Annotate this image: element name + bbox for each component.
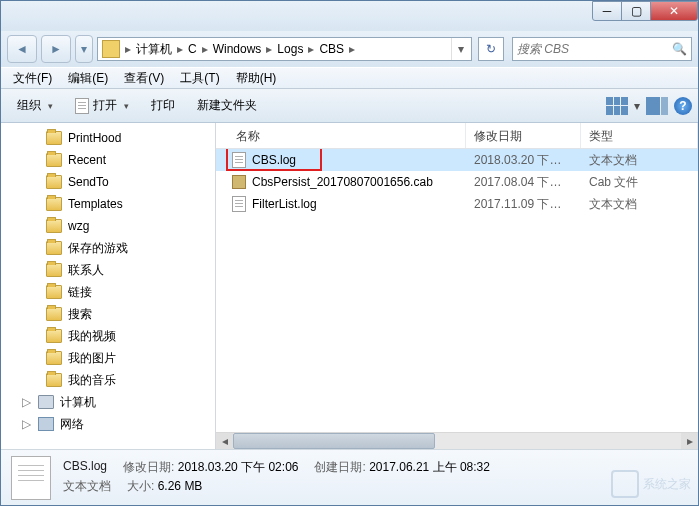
chevron-right-icon[interactable]: ▸ [263,42,275,56]
chevron-right-icon[interactable]: ▸ [346,42,358,56]
tree-item[interactable]: 我的视频 [1,325,215,347]
chevron-right-icon[interactable]: ▸ [174,42,186,56]
tree-item-label: Recent [68,153,106,167]
details-pane: CBS.log 修改日期: 2018.03.20 下午 02:06 创建日期: … [1,449,698,505]
breadcrumb-c[interactable]: C [186,38,199,60]
file-row[interactable]: CBS.log2018.03.20 下午 ...文本文档 [216,149,698,171]
menu-tools[interactable]: 工具(T) [172,68,227,89]
file-icon [75,98,89,114]
tree-item[interactable]: 链接 [1,281,215,303]
file-row[interactable]: FilterList.log2017.11.09 下午 ...文本文档 [216,193,698,215]
folder-icon [46,351,62,365]
minimize-button[interactable]: ─ [592,1,622,21]
nav-tree[interactable]: PrintHoodRecentSendToTemplateswzg保存的游戏联系… [1,123,216,449]
search-input[interactable] [517,42,672,56]
back-button[interactable]: ◄ [7,35,37,63]
tree-item-label: PrintHood [68,131,121,145]
tree-item-label: 保存的游戏 [68,240,128,257]
tree-item[interactable]: SendTo [1,171,215,193]
folder-icon [46,263,62,277]
organize-button[interactable]: 组织 [7,93,63,118]
column-headers: 名称 修改日期 类型 [216,123,698,149]
tree-item[interactable]: 我的图片 [1,347,215,369]
tree-item[interactable]: PrintHood [1,127,215,149]
preview-pane-button[interactable] [646,97,668,115]
tree-item[interactable]: wzg [1,215,215,237]
open-button[interactable]: 打开 [65,93,139,118]
scroll-right-arrow[interactable]: ▸ [681,433,698,449]
details-size: 6.26 MB [158,479,203,493]
tree-item-label: 网络 [60,416,84,433]
tree-item[interactable]: Templates [1,193,215,215]
chevron-right-icon[interactable]: ▸ [199,42,211,56]
breadcrumb-windows[interactable]: Windows [211,38,264,60]
expand-icon[interactable]: ▷ [21,417,32,431]
menu-edit[interactable]: 编辑(E) [60,68,116,89]
menu-help[interactable]: 帮助(H) [228,68,285,89]
expand-icon[interactable]: ▷ [21,395,32,409]
tree-item[interactable]: 搜索 [1,303,215,325]
history-dropdown[interactable]: ▾ [75,35,93,63]
tree-item-label: SendTo [68,175,109,189]
tree-item[interactable]: ▷网络 [1,413,215,435]
close-button[interactable]: ✕ [650,1,698,21]
menubar: 文件(F) 编辑(E) 查看(V) 工具(T) 帮助(H) [1,67,698,89]
moddate-label: 修改日期: [123,460,174,474]
help-button[interactable]: ? [674,97,692,115]
body: PrintHoodRecentSendToTemplateswzg保存的游戏联系… [1,123,698,449]
menu-view[interactable]: 查看(V) [116,68,172,89]
chevron-right-icon[interactable]: ▸ [305,42,317,56]
details-type: 文本文档 [63,478,111,495]
folder-icon [46,131,62,145]
tree-item[interactable]: ▷计算机 [1,391,215,413]
tree-item[interactable]: 我的音乐 [1,369,215,391]
print-button[interactable]: 打印 [141,93,185,118]
col-name[interactable]: 名称 [216,123,466,148]
file-row[interactable]: CbsPersist_20170807001656.cab2017.08.04 … [216,171,698,193]
breadcrumb-logs[interactable]: Logs [275,38,305,60]
file-list[interactable]: CBS.log2018.03.20 下午 ...文本文档CbsPersist_2… [216,149,698,432]
view-mode-button[interactable] [606,97,628,115]
details-created: 2017.06.21 上午 08:32 [369,460,490,474]
file-type: 文本文档 [581,196,698,213]
view-dropdown[interactable]: ▾ [634,99,640,113]
menu-file[interactable]: 文件(F) [5,68,60,89]
tree-item-label: Templates [68,197,123,211]
tree-item-label: wzg [68,219,89,233]
col-type[interactable]: 类型 [581,123,698,148]
refresh-button[interactable]: ↻ [478,37,504,61]
address-dropdown[interactable]: ▾ [451,38,469,60]
search-icon[interactable]: 🔍 [672,42,687,56]
folder-icon [102,40,120,58]
scroll-left-arrow[interactable]: ◂ [216,433,233,449]
file-icon [232,196,246,212]
forward-button[interactable]: ► [41,35,71,63]
folder-icon [46,307,62,321]
search-box[interactable]: 🔍 [512,37,692,61]
folder-icon [46,241,62,255]
nav-row: ◄ ► ▾ ▸ 计算机 ▸ C ▸ Windows ▸ Logs ▸ CBS ▸… [1,31,698,67]
details-moddate: 2018.03.20 下午 02:06 [178,460,299,474]
tree-item[interactable]: Recent [1,149,215,171]
new-folder-button[interactable]: 新建文件夹 [187,93,267,118]
chevron-right-icon[interactable]: ▸ [122,42,134,56]
folder-icon [46,219,62,233]
tree-item-label: 我的音乐 [68,372,116,389]
folder-icon [46,373,62,387]
tree-item-label: 搜索 [68,306,92,323]
file-name: CbsPersist_20170807001656.cab [252,175,433,189]
breadcrumb-computer[interactable]: 计算机 [134,38,174,60]
col-date[interactable]: 修改日期 [466,123,581,148]
tree-item[interactable]: 联系人 [1,259,215,281]
size-label: 大小: [127,479,154,493]
horizontal-scrollbar[interactable]: ◂ ▸ [216,432,698,449]
titlebar: ─ ▢ ✕ [1,1,698,31]
tree-item-label: 链接 [68,284,92,301]
address-bar[interactable]: ▸ 计算机 ▸ C ▸ Windows ▸ Logs ▸ CBS ▸ ▾ [97,37,472,61]
tree-item[interactable]: 保存的游戏 [1,237,215,259]
file-type: Cab 文件 [581,174,698,191]
scroll-thumb[interactable] [233,433,435,449]
breadcrumb-cbs[interactable]: CBS [317,38,346,60]
maximize-button[interactable]: ▢ [621,1,651,21]
file-pane: 名称 修改日期 类型 CBS.log2018.03.20 下午 ...文本文档C… [216,123,698,449]
